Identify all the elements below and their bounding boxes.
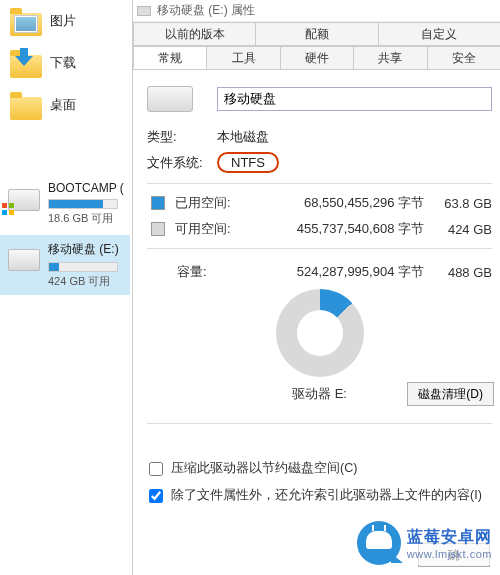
tab-sharing[interactable]: 共享: [353, 46, 427, 69]
tab-security[interactable]: 安全: [427, 46, 500, 69]
index-checkbox-row[interactable]: 除了文件属性外，还允许索引此驱动器上文件的内容(I): [149, 487, 492, 504]
compress-checkbox[interactable]: [149, 462, 163, 476]
tab-customize[interactable]: 自定义: [378, 22, 500, 45]
drive-usage-bar: [48, 262, 118, 272]
drive-list: BOOTCAMP ( 18.6 GB 可用 移动硬盘 (E:) 424 GB 可…: [0, 175, 130, 295]
usage-section: 已用空间: 68,550,455,296 字节 63.8 GB 可用空间: 45…: [147, 194, 492, 403]
filesystem-value: NTFS: [217, 152, 279, 173]
compress-checkbox-row[interactable]: 压缩此驱动器以节约磁盘空间(C): [149, 460, 492, 477]
capacity-bytes: 524,287,995,904 字节: [233, 263, 432, 281]
separator: [147, 183, 492, 184]
free-size: 424 GB: [432, 222, 492, 237]
watermark-title: 蓝莓安卓网: [407, 527, 492, 548]
tab-previous-versions[interactable]: 以前的版本: [133, 22, 256, 45]
sidebar-pictures[interactable]: 图片: [0, 0, 130, 42]
usage-donut-chart: [276, 289, 364, 377]
separator: [147, 423, 492, 424]
drive-name: BOOTCAMP (: [48, 181, 124, 195]
dialog-title: 移动硬盘 (E:) 属性: [157, 2, 255, 19]
drive-free-text: 424 GB 可用: [48, 274, 124, 289]
drive-name: 移动硬盘 (E:): [48, 241, 124, 258]
tab-tools[interactable]: 工具: [206, 46, 280, 69]
drive-icon: [137, 6, 151, 16]
watermark-url: www.lmjskt.com: [407, 548, 492, 560]
type-value: 本地磁盘: [217, 128, 269, 146]
android-icon: [357, 521, 401, 565]
used-swatch: [151, 196, 165, 210]
sidebar-downloads[interactable]: 下载: [0, 42, 130, 84]
index-checkbox[interactable]: [149, 489, 163, 503]
sidebar-desktop[interactable]: 桌面: [0, 84, 130, 126]
drive-item-removable[interactable]: 移动硬盘 (E:) 424 GB 可用: [0, 235, 130, 295]
folder-icon: [10, 6, 44, 36]
tab-quota[interactable]: 配额: [255, 22, 378, 45]
type-label: 类型:: [147, 128, 217, 146]
dialog-titlebar: 移动硬盘 (E:) 属性: [133, 0, 500, 22]
watermark-overlay: 蓝莓安卓网 www.lmjskt.com: [353, 521, 496, 565]
tab-row-lower: 常规 工具 硬件 共享 安全: [133, 46, 500, 70]
tab-row-upper: 以前的版本 配额 自定义: [133, 22, 500, 46]
tab-general[interactable]: 常规: [133, 46, 207, 69]
free-bytes: 455,737,540,608 字节: [247, 220, 432, 238]
capacity-size: 488 GB: [432, 265, 492, 280]
used-size: 63.8 GB: [432, 196, 492, 211]
folder-icon: [10, 48, 44, 78]
used-label: 已用空间:: [175, 194, 247, 212]
drive-name-input[interactable]: [217, 87, 492, 111]
disk-cleanup-button[interactable]: 磁盘清理(D): [407, 382, 494, 406]
windows-icon: [2, 203, 16, 217]
separator: [147, 248, 492, 249]
drive-free-text: 18.6 GB 可用: [48, 211, 124, 226]
drive-icon: [147, 86, 193, 112]
sidebar-item-label: 图片: [50, 12, 76, 30]
drive-item-bootcamp[interactable]: BOOTCAMP ( 18.6 GB 可用: [0, 175, 130, 235]
drive-icon: [8, 249, 40, 271]
properties-dialog: 移动硬盘 (E:) 属性 以前的版本 配额 自定义 常规 工具 硬件 共享 安全…: [132, 0, 500, 575]
drive-usage-bar: [48, 199, 118, 209]
index-label: 除了文件属性外，还允许索引此驱动器上文件的内容(I): [171, 487, 482, 504]
sidebar-item-label: 桌面: [50, 96, 76, 114]
compress-label: 压缩此驱动器以节约磁盘空间(C): [171, 460, 357, 477]
used-bytes: 68,550,455,296 字节: [247, 194, 432, 212]
folder-icon: [10, 90, 44, 120]
free-swatch: [151, 222, 165, 236]
free-label: 可用空间:: [175, 220, 247, 238]
tab-hardware[interactable]: 硬件: [280, 46, 354, 69]
sidebar-item-label: 下载: [50, 54, 76, 72]
filesystem-label: 文件系统:: [147, 154, 217, 172]
capacity-label: 容量:: [177, 263, 233, 281]
